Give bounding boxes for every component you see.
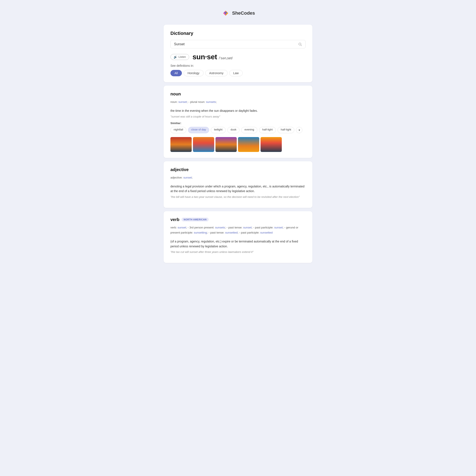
word-display: sun·set /ˈsənˌset/ <box>192 53 233 61</box>
page-title: Dictionary <box>170 31 306 36</box>
similar-close-of-day: close of day <box>188 127 209 133</box>
gallery-image-2 <box>193 137 214 152</box>
noun-word-link[interactable]: sunset <box>178 100 187 103</box>
similar-evening: evening <box>241 127 257 133</box>
category-filters: All Horology Astronomy Law <box>170 70 306 76</box>
logo-text: SheCodes <box>232 10 255 16</box>
dictionary-card: Dictionary 🔊 Listen sun·set /ˈsənˌset/ S… <box>164 25 312 82</box>
similar-label: Similiar: <box>170 121 306 125</box>
noun-forms: noun: sunset; - plural noun: sunsets; <box>170 100 306 104</box>
verb-past2-link[interactable]: sunsetted <box>225 231 238 234</box>
noun-label: noun <box>170 92 306 97</box>
image-gallery <box>170 137 306 152</box>
filter-astronomy[interactable]: Astronomy <box>205 70 228 76</box>
verb-forms: verb: sunset; - 3rd person present: suns… <box>170 225 306 236</box>
header: SheCodes <box>164 8 312 18</box>
adj-definition: denoting a legal provision under which a… <box>170 184 306 194</box>
filter-all[interactable]: All <box>170 70 182 76</box>
verb-label: verb <box>170 217 179 222</box>
speaker-icon: 🔊 <box>174 55 177 59</box>
word-row: 🔊 Listen sun·set /ˈsənˌset/ <box>170 53 306 61</box>
gallery-image-1 <box>170 137 192 152</box>
noun-definition: the time in the evening when the sun dis… <box>170 108 306 113</box>
search-input[interactable] <box>174 42 298 46</box>
noun-card: noun noun: sunset; - plural noun: sunset… <box>164 86 312 158</box>
filter-horology[interactable]: Horology <box>184 70 204 76</box>
similar-words: nightfall close of day twilight dusk eve… <box>170 127 306 133</box>
see-definitions-label: See definitions in: <box>170 64 306 67</box>
logo: SheCodes <box>221 8 255 18</box>
svg-line-4 <box>301 45 302 46</box>
filter-law[interactable]: Law <box>229 70 243 76</box>
more-similar-button[interactable]: ▾ <box>296 127 302 133</box>
search-icon <box>298 42 302 46</box>
verb-pp2-link[interactable]: sunsetted <box>260 231 273 234</box>
logo-icon <box>221 8 230 18</box>
gallery-image-5 <box>260 137 282 152</box>
similar-halflight-2: half-light <box>277 127 294 133</box>
listen-button[interactable]: 🔊 Listen <box>170 54 189 60</box>
verb-gerund-link[interactable]: sunsetting <box>194 231 207 234</box>
adjective-label: adjective <box>170 167 306 172</box>
noun-plural-link[interactable]: sunsets <box>206 100 216 103</box>
verb-past-link[interactable]: sunset <box>243 226 252 229</box>
adjective-card: adjective adjective: sunset; denoting a … <box>164 161 312 208</box>
verb-pp-link[interactable]: sunset <box>274 226 283 229</box>
verb-word-link[interactable]: sunset <box>178 226 186 229</box>
similar-nightfall: nightfall <box>170 127 186 133</box>
verb-card: verb NORTH AMERICAN verb: sunset; - 3rd … <box>164 211 312 263</box>
adj-word-link[interactable]: sunset <box>183 176 192 179</box>
gallery-image-4 <box>238 137 259 152</box>
word-text: sun·set <box>192 53 217 61</box>
similar-dusk: dusk <box>227 127 239 133</box>
noun-example: "sunset was still a couple of hours away… <box>170 115 306 118</box>
adjective-forms: adjective: sunset; <box>170 175 306 180</box>
adj-example: "the bill will have a two-year sunset cl… <box>170 195 306 199</box>
listen-label: Listen <box>178 55 186 58</box>
phonetic-text: /ˈsənˌset/ <box>219 56 233 60</box>
verb-example: "the tax cut will sunset after three yea… <box>170 250 306 254</box>
verb-definition: (of a program, agency, regulation, etc.)… <box>170 239 306 249</box>
gallery-image-3 <box>216 137 237 152</box>
svg-point-3 <box>299 43 301 45</box>
similar-halflight-1: half-light <box>259 127 276 133</box>
search-box <box>170 40 306 49</box>
search-button[interactable] <box>298 42 302 46</box>
similar-twilight: twilight <box>211 127 226 133</box>
verb-badge: NORTH AMERICAN <box>182 218 209 221</box>
verb-3rd-link[interactable]: sunsets <box>215 226 225 229</box>
